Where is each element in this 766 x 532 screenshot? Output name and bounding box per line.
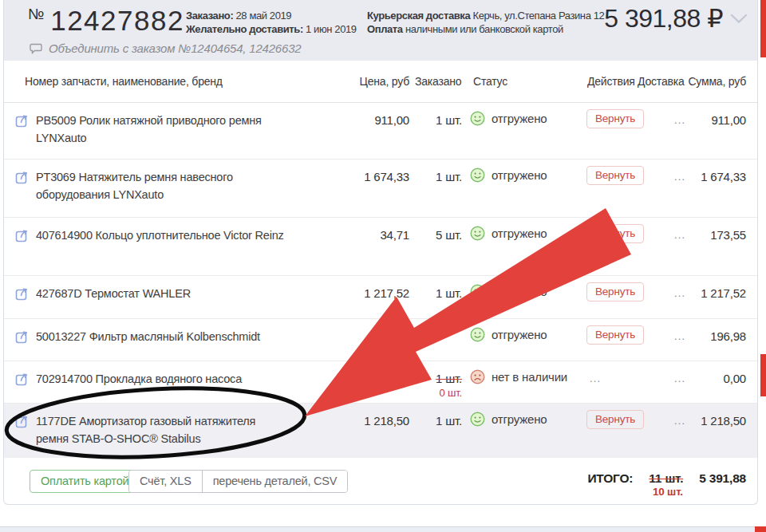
status-cell: отгружено (470, 167, 547, 183)
share-icon[interactable] (15, 286, 30, 301)
table-row: 702914700 Прокладка водяного насоса 1 шт… (4, 361, 757, 404)
deliver-by-value: 1 июн 2019 (306, 23, 357, 35)
pay-card-button[interactable]: Оплатить картой (30, 470, 140, 493)
total-sum: 5 391,88 (699, 471, 746, 486)
status-cell: отгружено (470, 327, 547, 342)
share-icon[interactable] (15, 170, 30, 184)
actions-dots: … (589, 371, 602, 384)
chevron-down-icon[interactable] (730, 14, 748, 24)
row-sum: 196,98 (658, 329, 746, 343)
part-name: 427687D Термостат WAHLER (36, 285, 285, 302)
happy-face-icon (470, 167, 485, 183)
order-delivery-payment: Курьерская доставка Керчь, ул.Степана Ра… (367, 9, 604, 36)
part-price: 1 217,52 (307, 286, 409, 300)
part-price: 1 674,33 (307, 170, 409, 183)
col-status: Статус (473, 61, 507, 102)
order-dates: Заказано: 28 май 2019 Желательно достави… (186, 9, 357, 36)
part-qty-old: 1 шт. (436, 372, 462, 385)
sad-face-icon (470, 369, 485, 384)
col-price: Цена, руб (307, 61, 409, 102)
part-qty: 1 шт. (403, 414, 462, 428)
table-row: 1177DE Амортизатор газовый натяжителя ре… (4, 404, 757, 458)
row-sum: 911,00 (658, 113, 746, 127)
totals: ИТОГО: 11 шт. 10 шт. 5 391,88 (587, 471, 746, 486)
right-red-strip-top (760, 0, 766, 57)
share-icon[interactable] (15, 228, 30, 242)
return-button[interactable]: Вернуть (586, 325, 644, 345)
ordered-value: 28 май 2019 (236, 10, 292, 22)
courier-value: Керчь, ул.Степана Разина 12 (472, 10, 604, 22)
status-text: отгружено (492, 112, 547, 125)
return-button[interactable]: Вернуть (586, 109, 644, 128)
return-button[interactable]: Вернуть (586, 282, 644, 301)
table-row: 407614900 Кольцо уплотнительное Victor R… (4, 218, 757, 276)
row-sum: 1 218,50 (658, 414, 746, 428)
merge-orders-link[interactable]: Объединить с заказом №12404654, 12426632 (30, 41, 301, 55)
col-delivery: Доставка (638, 61, 685, 102)
status-cell: отгружено (470, 412, 547, 427)
share-icon[interactable] (15, 414, 30, 428)
return-button[interactable]: Вернуть (586, 166, 644, 185)
order-total-price-value: 5 391,88 ₽ (604, 3, 723, 33)
row-sum: 1 217,52 (658, 286, 746, 300)
part-qty: 1 шт. (403, 170, 462, 183)
part-name: 50013227 Фильтр масляный Kolbenschmidt (36, 328, 285, 345)
merge-orders-link-text: Объединить с заказом №12404654, 12426632 (49, 41, 301, 55)
share-icon[interactable] (15, 372, 30, 386)
return-button[interactable]: Вернуть (586, 410, 644, 429)
table-row: 50013227 Фильтр масляный Kolbenschmidt о… (4, 319, 757, 361)
right-red-strip-middle (760, 354, 766, 396)
part-name: 407614900 Кольцо уплотнительное Victor R… (36, 227, 285, 244)
order-number: №12427882 (28, 5, 184, 37)
part-qty: 5 шт. (403, 228, 462, 242)
order-number-value: 12427882 (50, 5, 184, 36)
parts-csv-button[interactable]: перечень деталей, CSV (202, 471, 348, 492)
status-cell: отгружено (470, 111, 547, 126)
col-actions: Действия (587, 61, 635, 102)
status-cell: нет в наличии (470, 369, 567, 384)
order-card: №12427882 Заказано: 28 май 2019 Желатель… (3, 0, 758, 505)
happy-face-icon (470, 412, 485, 427)
happy-face-icon (470, 327, 485, 342)
order-total-price[interactable]: 5 391,88 ₽ (604, 3, 748, 33)
table-row: PT3069 Натяжитель ремня навесного оборуд… (4, 160, 757, 218)
part-name: 702914700 Прокладка водяного насоса (36, 370, 285, 388)
total-label: ИТОГО: (587, 471, 633, 486)
card-footer: Оплатить картой Счёт, XLS перечень детал… (4, 458, 757, 510)
share-icon[interactable] (15, 329, 30, 344)
happy-face-icon (470, 226, 485, 241)
row-sum: 173,55 (658, 228, 746, 242)
row-sum: 1 674,33 (658, 170, 746, 183)
part-name: PB5009 Ролик натяжной приводного ремня L… (36, 112, 285, 147)
table-header: Номер запчасти, наименование, бренд Цена… (4, 61, 757, 103)
part-qty: 1 шт. (403, 113, 462, 127)
total-qty: 11 шт. 10 шт. (649, 471, 683, 486)
next-order-bar (0, 526, 766, 532)
part-price: 911,00 (307, 113, 409, 127)
status-cell: отгружено (470, 284, 547, 299)
return-button[interactable]: Вернуть (586, 224, 644, 243)
speech-bubble-icon (30, 43, 42, 54)
status-text: нет в наличии (492, 370, 567, 384)
col-sum: Сумма, руб (688, 61, 746, 102)
part-price: 34,71 (307, 228, 409, 242)
payment-label: Оплата (367, 23, 403, 35)
payment-value: наличными или банковской картой (405, 23, 563, 35)
share-icon[interactable] (15, 113, 30, 128)
col-part: Номер запчасти, наименование, бренд (25, 61, 223, 102)
status-text: отгружено (492, 285, 547, 298)
part-qty: 1 шт. (403, 286, 462, 300)
order-number-sign: № (28, 6, 44, 22)
next-order-bar-red-edge (755, 526, 766, 532)
part-qty: 1 шт. 0 шт. (403, 372, 462, 399)
table-row: PB5009 Ролик натяжной приводного ремня L… (4, 103, 757, 160)
status-text: отгружено (492, 328, 547, 341)
total-qty-old: 11 шт. (649, 471, 683, 485)
status-text: отгружено (492, 168, 547, 182)
col-qty: Заказано (415, 61, 461, 102)
deliver-by-label: Желательно доставить: (186, 23, 303, 35)
happy-face-icon (470, 284, 485, 299)
table-row: 427687D Термостат WAHLER 1 217,52 1 шт. … (4, 276, 757, 319)
status-cell: отгружено (470, 226, 547, 241)
invoice-xls-button[interactable]: Счёт, XLS (129, 471, 202, 492)
